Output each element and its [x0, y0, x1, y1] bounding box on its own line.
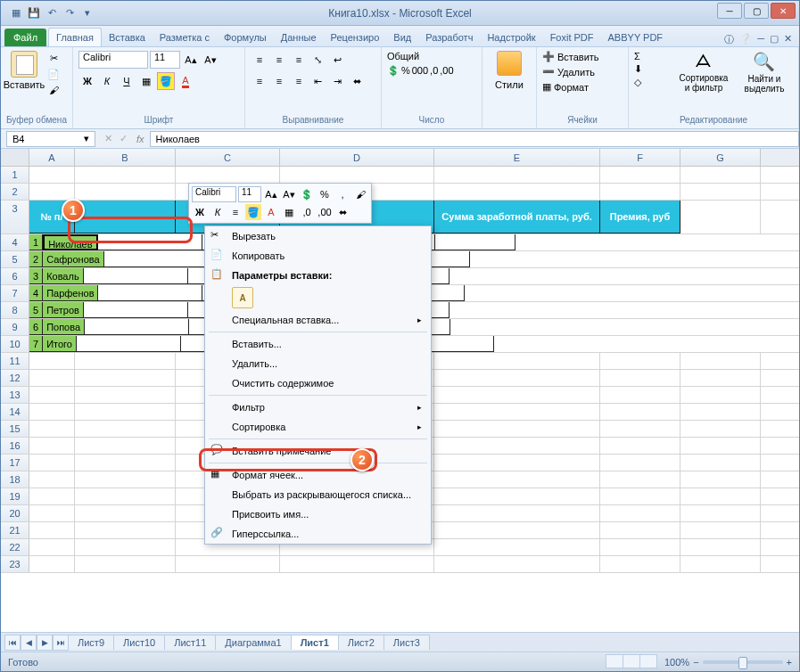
ctx-hyperlink[interactable]: 🔗Гиперссылка... — [205, 524, 431, 544]
mini-fill-color-icon[interactable]: 🪣 — [245, 204, 261, 220]
underline-button[interactable]: Ч — [118, 72, 136, 90]
row-header[interactable]: 3 — [1, 201, 29, 234]
zoom-slider[interactable] — [703, 660, 783, 664]
align-mid-icon[interactable]: ≡ — [270, 51, 288, 69]
row-header[interactable]: 17 — [1, 455, 29, 471]
col-header-E[interactable]: E — [434, 149, 600, 166]
cell[interactable] — [85, 319, 189, 335]
name-box[interactable]: B4▾ — [6, 131, 95, 147]
cell[interactable] — [75, 421, 176, 437]
cell[interactable]: 6 — [29, 319, 43, 335]
cell[interactable] — [29, 421, 75, 437]
cell[interactable] — [600, 488, 680, 504]
row-header[interactable]: 10 — [1, 336, 29, 352]
cell[interactable] — [75, 438, 176, 454]
mini-format-painter-icon[interactable]: 🖌 — [352, 186, 368, 202]
row-header[interactable]: 2 — [1, 184, 29, 200]
cell[interactable] — [75, 488, 176, 504]
font-color-button[interactable]: А — [177, 72, 194, 90]
border-button[interactable]: ▦ — [137, 72, 155, 90]
cell[interactable] — [29, 404, 75, 420]
cells-insert-button[interactable]: ➕Вставить — [542, 51, 623, 62]
tab-developer[interactable]: Разработч — [418, 29, 480, 46]
cell[interactable] — [75, 556, 176, 572]
row-header[interactable]: 13 — [1, 387, 29, 403]
view-buttons[interactable] — [606, 654, 657, 670]
cell[interactable] — [680, 471, 761, 488]
mini-grow-font-icon[interactable]: A▴ — [263, 186, 279, 202]
cell[interactable] — [75, 471, 176, 488]
cell[interactable] — [29, 522, 75, 538]
worksheet-grid[interactable]: ABCDEFG 123№ п/Сумма заработной платы, р… — [1, 149, 799, 628]
row-header[interactable]: 14 — [1, 404, 29, 420]
zoom-out-icon[interactable]: − — [693, 657, 698, 668]
formula-input[interactable]: Николаев — [150, 131, 799, 147]
mini-inc-dec-icon[interactable]: ,0 — [299, 204, 315, 220]
tab-review[interactable]: Рецензиро — [324, 29, 387, 46]
tab-insert[interactable]: Вставка — [102, 29, 153, 46]
doc-min-icon[interactable]: ─ — [757, 33, 764, 46]
cut-icon[interactable]: ✂ — [45, 51, 62, 65]
cell[interactable] — [75, 539, 176, 555]
inc-decimal-icon[interactable]: ,0 — [430, 65, 438, 77]
sheet-tab[interactable]: Лист11 — [164, 635, 216, 650]
cell[interactable]: 1 — [29, 234, 43, 250]
cell[interactable]: Сумма заработной платы, руб. — [434, 201, 600, 234]
cell[interactable] — [434, 370, 600, 386]
cell[interactable] — [680, 201, 761, 234]
ctx-filter[interactable]: Фильтр▸ — [205, 397, 431, 417]
cell[interactable] — [29, 556, 75, 572]
row-header[interactable]: 18 — [1, 471, 29, 488]
doc-close-icon[interactable]: ✕ — [784, 33, 792, 46]
cell[interactable] — [29, 370, 75, 386]
sheet-tab[interactable]: Лист1 — [291, 635, 339, 650]
cell[interactable] — [680, 522, 761, 538]
cell[interactable] — [75, 353, 176, 369]
ctx-sort[interactable]: Сортировка▸ — [205, 417, 431, 437]
cell[interactable] — [680, 167, 761, 183]
col-header-D[interactable]: D — [280, 149, 434, 166]
doc-max-icon[interactable]: ▢ — [770, 33, 779, 46]
col-header-A[interactable]: A — [29, 149, 75, 166]
col-header-C[interactable]: C — [176, 149, 280, 166]
cell[interactable] — [434, 167, 600, 183]
cell[interactable] — [600, 539, 680, 555]
mini-italic-button[interactable]: К — [210, 204, 226, 220]
ctx-clear[interactable]: Очистить содержимое — [205, 373, 431, 393]
cell[interactable] — [600, 353, 680, 369]
qat-dropdown-icon[interactable]: ▾ — [79, 5, 95, 21]
orientation-icon[interactable]: ⤡ — [309, 51, 327, 69]
cell[interactable] — [280, 167, 434, 183]
cell[interactable] — [84, 302, 188, 318]
cell[interactable] — [680, 539, 761, 555]
shrink-font-icon[interactable]: A▾ — [202, 51, 219, 69]
cell[interactable] — [75, 184, 176, 200]
cell[interactable] — [680, 184, 761, 200]
cells-format-button[interactable]: ▦Формат — [542, 81, 623, 93]
cell[interactable] — [75, 387, 176, 403]
minimize-ribbon-icon[interactable]: ⓘ — [724, 33, 734, 46]
autosum-icon[interactable]: Σ — [634, 51, 670, 61]
cell[interactable] — [600, 167, 680, 183]
minimize-button[interactable]: ─ — [717, 3, 742, 19]
sort-filter-button[interactable]: ᗋ Сортировка и фильтр — [677, 51, 730, 113]
cell[interactable] — [176, 556, 280, 572]
cell[interactable] — [434, 387, 600, 403]
bold-button[interactable]: Ж — [78, 72, 96, 90]
col-header-F[interactable]: F — [600, 149, 680, 166]
cell[interactable] — [600, 471, 680, 488]
cell[interactable] — [29, 387, 75, 403]
font-size-select[interactable]: 11 — [150, 51, 180, 69]
italic-button[interactable]: К — [98, 72, 116, 90]
cell[interactable] — [680, 438, 761, 454]
sheet-tab[interactable]: Лист2 — [338, 635, 384, 650]
cell[interactable]: Премия, руб — [600, 201, 680, 234]
font-name-select[interactable]: Calibri — [78, 51, 148, 69]
row-header[interactable]: 5 — [1, 251, 29, 267]
copy-icon[interactable]: 📄 — [45, 67, 62, 81]
comma-icon[interactable]: 000 — [412, 65, 428, 77]
cell[interactable] — [600, 438, 680, 454]
format-painter-icon[interactable]: 🖌 — [45, 83, 62, 97]
number-format-select[interactable]: Общий — [387, 51, 467, 61]
mini-font-size[interactable]: 11 — [238, 186, 261, 202]
